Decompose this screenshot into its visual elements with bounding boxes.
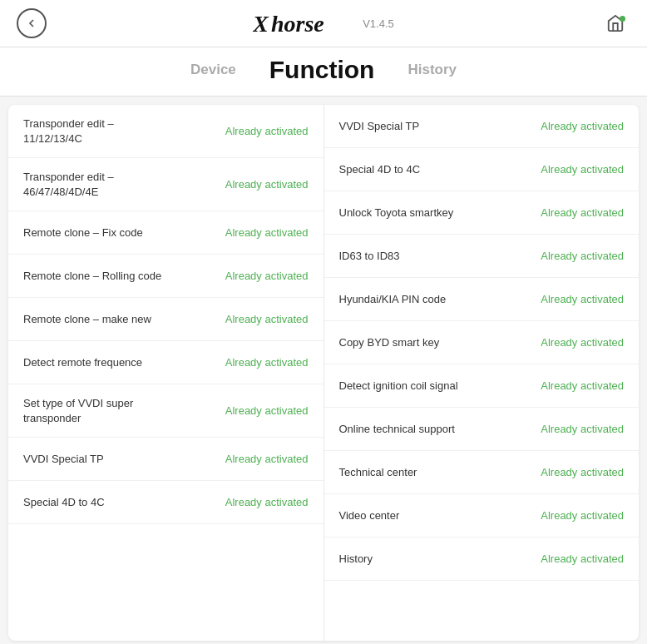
left-feature-row[interactable]: Transponder edit – 11/12/13/4C Already a… [8, 105, 324, 158]
tab-function[interactable]: Function [269, 56, 375, 84]
xhorse-logo: X horse [253, 8, 353, 38]
tab-device[interactable]: Device [190, 62, 236, 78]
feature-status: Already activated [541, 379, 624, 392]
left-feature-row[interactable]: Transponder edit – 46/47/48/4D/4E Alread… [8, 158, 324, 211]
feature-status: Already activated [225, 178, 309, 191]
feature-status: Already activated [541, 509, 624, 522]
right-feature-row[interactable]: Copy BYD smart key Already activated [324, 321, 640, 364]
feature-status: Already activated [541, 423, 624, 435]
tab-history[interactable]: History [407, 62, 457, 78]
feature-status: Already activated [225, 226, 309, 239]
right-feature-row[interactable]: Video center Already activated [324, 494, 640, 537]
feature-status: Already activated [541, 250, 624, 262]
feature-status: Already activated [225, 313, 309, 325]
feature-name: History [339, 552, 373, 567]
feature-name: Detect ignition coil signal [339, 379, 458, 394]
left-feature-row[interactable]: Set type of VVDI super transponder Alrea… [8, 384, 324, 438]
feature-status: Already activated [225, 356, 309, 369]
feature-name: Transponder edit – 11/12/13/4C [23, 116, 165, 146]
left-feature-row[interactable]: Remote clone – make new Already activate… [8, 298, 324, 341]
feature-name: Video center [339, 508, 400, 523]
header: X horse V1.4.5 [0, 0, 647, 47]
feature-name: Special 4D to 4C [23, 495, 105, 510]
feature-name: Unlock Toyota smartkey [339, 206, 454, 220]
left-column: Transponder edit – 11/12/13/4C Already a… [8, 105, 324, 641]
right-feature-row[interactable]: Unlock Toyota smartkey Already activated [324, 191, 640, 235]
feature-name: ID63 to ID83 [339, 249, 400, 264]
left-feature-row[interactable]: Detect remote frequence Already activate… [8, 341, 324, 384]
feature-name: VVDI Special TP [339, 119, 420, 134]
feature-name: Hyundai/KIA PIN code [339, 292, 447, 307]
feature-name: Copy BYD smart key [339, 335, 440, 350]
svg-text:X: X [253, 11, 269, 37]
right-feature-row[interactable]: VVDI Special TP Already activated [324, 105, 640, 148]
feature-status: Already activated [541, 552, 624, 565]
feature-status: Already activated [541, 293, 624, 305]
right-feature-row[interactable]: ID63 to ID83 Already activated [324, 235, 640, 278]
feature-status: Already activated [225, 270, 309, 282]
feature-name: Remote clone – Rolling code [23, 269, 161, 284]
feature-name: Set type of VVDI super transponder [23, 396, 165, 425]
right-feature-row[interactable]: Technical center Already activated [324, 451, 640, 494]
feature-status: Already activated [541, 336, 624, 349]
feature-name: Remote clone – make new [23, 312, 151, 327]
back-button[interactable] [17, 8, 47, 38]
nav-tabs: Device Function History [0, 47, 647, 97]
right-feature-row[interactable]: Detect ignition coil signal Already acti… [324, 364, 640, 408]
right-feature-row[interactable]: History Already activated [324, 537, 640, 581]
svg-text:horse: horse [271, 11, 324, 37]
feature-status: Already activated [541, 206, 624, 219]
feature-name: Special 4D to 4C [339, 162, 421, 177]
right-feature-row[interactable]: Online technical support Already activat… [324, 408, 640, 451]
left-feature-row[interactable]: Remote clone – Fix code Already activate… [8, 211, 324, 255]
content-area: Transponder edit – 11/12/13/4C Already a… [8, 105, 639, 641]
feature-name: Transponder edit – 46/47/48/4D/4E [23, 170, 165, 199]
feature-name: VVDI Special TP [23, 452, 104, 467]
right-column: VVDI Special TP Already activated Specia… [324, 105, 640, 641]
feature-status: Already activated [541, 466, 624, 478]
logo-area: X horse V1.4.5 [253, 8, 394, 38]
home-button[interactable] [600, 8, 630, 38]
version-text: V1.4.5 [363, 17, 394, 30]
left-feature-row[interactable]: Special 4D to 4C Already activated [8, 481, 324, 524]
feature-status: Already activated [541, 163, 624, 176]
feature-name: Remote clone – Fix code [23, 225, 143, 240]
feature-name: Detect remote frequence [23, 355, 142, 370]
feature-status: Already activated [225, 125, 309, 137]
feature-status: Already activated [225, 453, 309, 465]
right-feature-row[interactable]: Special 4D to 4C Already activated [324, 148, 640, 191]
feature-name: Online technical support [339, 422, 455, 437]
feature-status: Already activated [541, 120, 624, 132]
feature-status: Already activated [225, 496, 309, 508]
feature-status: Already activated [225, 404, 309, 417]
left-feature-row[interactable]: VVDI Special TP Already activated [8, 438, 324, 481]
feature-name: Technical center [339, 465, 417, 480]
right-feature-row[interactable]: Hyundai/KIA PIN code Already activated [324, 278, 640, 321]
left-feature-row[interactable]: Remote clone – Rolling code Already acti… [8, 255, 324, 298]
